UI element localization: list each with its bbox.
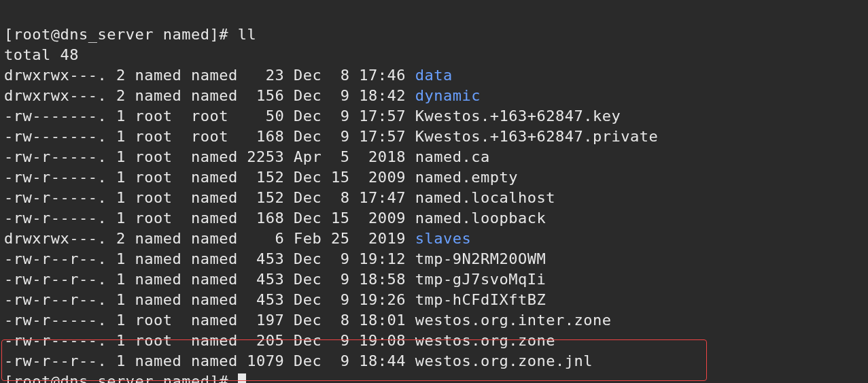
list-row: -rw-r-----. 1 root named 152 Dec 15 2009…	[4, 169, 518, 186]
cursor	[238, 373, 246, 383]
list-row: -rw-r-----. 1 root named 152 Dec 8 17:47…	[4, 189, 555, 206]
prompt: [root@dns_server named]#	[4, 26, 238, 43]
directory-name: slaves	[415, 230, 471, 247]
list-row: drwxrwx---. 2 named named 6 Feb 25 2019 …	[4, 230, 471, 247]
list-row: -rw-r-----. 1 root named 197 Dec 8 18:01…	[4, 312, 611, 329]
file-name: tmp-hCFdIXftBZ	[415, 291, 546, 308]
file-name: westos.org.zone.jnl	[415, 352, 593, 369]
list-row: drwxrwx---. 2 named named 23 Dec 8 17:46…	[4, 67, 453, 84]
file-name: named.empty	[415, 169, 518, 186]
file-name: westos.org.zone	[415, 332, 555, 349]
terminal[interactable]: [root@dns_server named]# vim /etc/westos…	[0, 0, 868, 383]
partial-previous-line: [root@dns_server named]# vim /etc/westos…	[4, 4, 864, 8]
list-row: -rw-r-----. 1 root named 205 Dec 9 19:08…	[4, 332, 555, 349]
list-row: -rw-------. 1 root root 50 Dec 9 17:57 K…	[4, 107, 621, 124]
list-row: -rw-------. 1 root root 168 Dec 9 17:57 …	[4, 128, 658, 145]
list-row: -rw-r--r--. 1 named named 453 Dec 9 18:5…	[4, 271, 546, 288]
total-line: total 48	[4, 46, 79, 63]
file-name: tmp-9N2RM20OWM	[415, 250, 546, 267]
list-row: -rw-r--r--. 1 named named 453 Dec 9 19:2…	[4, 291, 546, 308]
file-listing: drwxrwx---. 2 named named 23 Dec 8 17:46…	[4, 65, 864, 371]
list-row: -rw-r-----. 1 root named 2253 Apr 5 2018…	[4, 148, 490, 165]
file-name: Kwestos.+163+62847.key	[415, 107, 621, 124]
directory-name: dynamic	[415, 87, 481, 104]
directory-name: data	[415, 67, 453, 84]
file-name: Kwestos.+163+62847.private	[415, 128, 658, 145]
file-name: tmp-gJ7svoMqIi	[415, 271, 546, 288]
file-name: westos.org.inter.zone	[415, 312, 612, 329]
command-ll: ll	[238, 26, 257, 43]
prompt: [root@dns_server named]#	[4, 373, 238, 383]
file-name: named.loopback	[415, 210, 546, 227]
list-row: drwxrwx---. 2 named named 156 Dec 9 18:4…	[4, 87, 481, 104]
file-name: named.localhost	[415, 189, 555, 206]
file-name: named.ca	[415, 148, 490, 165]
list-row: -rw-r--r--. 1 named named 1079 Dec 9 18:…	[4, 352, 593, 369]
list-row: -rw-r--r--. 1 named named 453 Dec 9 19:1…	[4, 250, 546, 267]
list-row: -rw-r-----. 1 root named 168 Dec 15 2009…	[4, 210, 546, 227]
